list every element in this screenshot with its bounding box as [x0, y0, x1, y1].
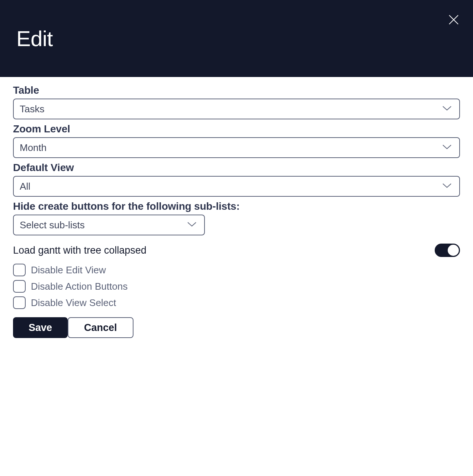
- cancel-button[interactable]: Cancel: [68, 317, 133, 338]
- collapse-toggle-row: Load gantt with tree collapsed: [13, 244, 460, 257]
- close-icon: [448, 14, 460, 27]
- chevron-down-icon: [187, 221, 197, 229]
- default-view-select[interactable]: All: [13, 176, 460, 197]
- toggle-knob: [448, 245, 459, 256]
- collapse-toggle-label: Load gantt with tree collapsed: [13, 245, 147, 256]
- table-select[interactable]: Tasks: [13, 99, 460, 119]
- page-title: Edit: [16, 26, 53, 51]
- dialog-content: Table Tasks Zoom Level Month Default Vie…: [0, 77, 473, 338]
- zoom-select-value: Month: [20, 142, 46, 154]
- chevron-down-icon: [442, 183, 452, 190]
- button-row: Save Cancel: [13, 317, 460, 338]
- table-select-value: Tasks: [20, 103, 44, 115]
- disable-edit-view-checkbox[interactable]: [13, 264, 26, 276]
- dialog-header: Edit: [0, 0, 473, 77]
- zoom-label: Zoom Level: [13, 123, 460, 135]
- hide-create-placeholder: Select sub-lists: [20, 219, 85, 231]
- chevron-down-icon: [442, 105, 452, 113]
- hide-create-select[interactable]: Select sub-lists: [13, 215, 205, 235]
- disable-action-buttons-row: Disable Action Buttons: [13, 280, 460, 293]
- disable-view-select-checkbox[interactable]: [13, 296, 26, 309]
- disable-action-buttons-label: Disable Action Buttons: [31, 281, 128, 292]
- hide-create-label: Hide create buttons for the following su…: [13, 200, 460, 212]
- disable-action-buttons-checkbox[interactable]: [13, 280, 26, 293]
- zoom-select[interactable]: Month: [13, 137, 460, 158]
- close-button[interactable]: [445, 11, 463, 29]
- disable-view-select-row: Disable View Select: [13, 296, 460, 309]
- disable-edit-view-label: Disable Edit View: [31, 264, 106, 276]
- disable-view-select-label: Disable View Select: [31, 297, 116, 309]
- disable-edit-view-row: Disable Edit View: [13, 264, 460, 276]
- table-label: Table: [13, 84, 460, 96]
- chevron-down-icon: [442, 144, 452, 151]
- save-button[interactable]: Save: [13, 317, 68, 338]
- default-view-label: Default View: [13, 162, 460, 174]
- default-view-select-value: All: [20, 181, 30, 192]
- collapse-toggle[interactable]: [435, 244, 460, 257]
